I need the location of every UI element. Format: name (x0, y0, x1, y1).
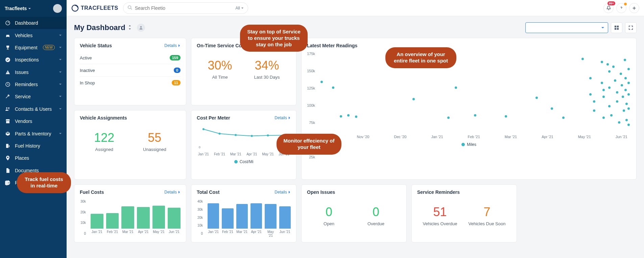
logo: TRACFLEETS (71, 4, 118, 12)
sidebar-item-label: Equipment (15, 45, 38, 50)
data-point (616, 91, 618, 94)
data-point (625, 119, 628, 121)
sidebar-item-issues[interactable]: Issues (0, 66, 67, 78)
fullscreen-button[interactable] (625, 22, 637, 33)
scatter-chart (320, 52, 627, 133)
sidebar-item-label: Fuel History (15, 143, 62, 149)
search-scope[interactable]: All (235, 6, 243, 10)
svg-text:0: 0 (199, 145, 200, 149)
card-title: Fuel Costs (80, 189, 104, 195)
issues-open-value: 0 (324, 205, 334, 219)
chevron-down-icon (59, 33, 62, 37)
callout-fuel: Track fuel costs in real-time (17, 172, 71, 193)
bar (251, 203, 262, 229)
data-point (606, 63, 609, 66)
box-icon (5, 131, 11, 137)
card-title: Service Reminders (417, 189, 460, 195)
car-icon (5, 32, 11, 38)
card-title: Total Cost (197, 189, 219, 195)
page-header: My Dashboard (74, 22, 637, 33)
bar (168, 208, 181, 229)
svg-rect-12 (615, 28, 616, 30)
sidebar-item-contacts-users[interactable]: Contacts & Users (0, 103, 67, 115)
callout-service: Stay on top of Service to ensure your tr… (240, 25, 308, 52)
details-link[interactable]: Details (164, 190, 181, 195)
data-point (589, 93, 592, 96)
data-point (624, 77, 627, 79)
reminders-overdue-value: 51 (423, 205, 457, 219)
help-button[interactable] (616, 3, 626, 13)
status-count: 159 (170, 55, 181, 60)
data-point (620, 73, 622, 75)
search-input[interactable] (135, 5, 236, 11)
details-link[interactable]: Details (275, 115, 291, 120)
data-point (612, 66, 615, 68)
svg-point-3 (6, 107, 7, 109)
grid-view-button[interactable] (611, 22, 622, 33)
notifications-button[interactable]: 99+ (603, 3, 614, 13)
status-label: Active (80, 55, 92, 60)
pin-icon (5, 155, 11, 161)
search-box[interactable]: All (123, 2, 248, 14)
sidebar-item-vehicles[interactable]: Vehicles (0, 29, 67, 41)
sidebar-item-equipment[interactable]: EquipmentNEW (0, 42, 67, 54)
card-vehicle-status: Vehicle Status Details Active159Inactive… (74, 38, 186, 105)
sort-icon[interactable] (128, 25, 132, 31)
card-total-cost: Total Cost Details 40k30k20k10k0 Jan '21… (191, 184, 296, 242)
bar (208, 203, 219, 229)
details-link[interactable]: Details (275, 190, 291, 195)
callout-overview: An overview of your entire fleet in one … (385, 47, 456, 68)
data-point (412, 98, 415, 100)
status-label: In Shop (80, 80, 95, 85)
svg-point-16 (235, 134, 237, 136)
sidebar-item-dashboard[interactable]: Dashboard (0, 17, 67, 29)
data-point (623, 109, 625, 112)
add-button[interactable] (629, 3, 639, 13)
chevron-down-icon (59, 58, 62, 62)
sidebar-item-places[interactable]: Places (0, 152, 67, 164)
sidebar-item-label: Dashboard (15, 20, 62, 26)
bar (152, 206, 165, 229)
sidebar-item-parts-inventory[interactable]: Parts & Inventory (0, 127, 67, 139)
bar (91, 214, 103, 229)
svg-point-4 (8, 107, 9, 109)
data-point (562, 117, 565, 119)
sidebar-item-inspections[interactable]: Inspections (0, 54, 67, 66)
data-point (621, 84, 623, 86)
data-point (601, 61, 603, 63)
details-link[interactable]: Details (164, 43, 181, 48)
unassigned-label: Unassigned (143, 147, 166, 152)
bar (137, 207, 150, 229)
data-point (602, 89, 605, 91)
svg-rect-5 (6, 144, 8, 148)
svg-rect-13 (617, 28, 619, 30)
data-point (624, 89, 627, 91)
data-point (332, 86, 334, 89)
fuel-icon (5, 143, 11, 149)
trophy-icon (5, 45, 11, 51)
store-icon (5, 118, 11, 124)
share-user-icon[interactable] (137, 24, 145, 32)
date-range-select[interactable] (525, 22, 608, 33)
sidebar-item-service[interactable]: Service (0, 91, 67, 103)
bar-chart (208, 198, 291, 229)
status-row[interactable]: Active159 (80, 52, 181, 64)
brand-name: Tracfleets (5, 6, 27, 11)
chevron-down-icon (59, 95, 62, 99)
sidebar-item-reminders[interactable]: Reminders (0, 78, 67, 91)
sidebar-item-vendors[interactable]: Vendors (0, 115, 67, 127)
avatar[interactable] (53, 4, 62, 13)
brand-selector[interactable]: Tracfleets (5, 6, 31, 11)
nav-list: DashboardVehiclesEquipmentNEWInspections… (0, 17, 67, 189)
data-point (602, 96, 605, 98)
sidebar-item-fuel-history[interactable]: Fuel History (0, 140, 67, 152)
data-point (535, 97, 538, 99)
sidebar-item-label: Places (15, 155, 62, 161)
card-service-reminders: Service Reminders 51 Vehicles Overdue 7 … (411, 184, 517, 242)
notification-count: 99+ (607, 1, 615, 5)
status-count: 0 (174, 68, 181, 73)
status-row[interactable]: In Shop11 (80, 76, 181, 89)
status-row[interactable]: Inactive0 (80, 64, 181, 76)
topbar: TRACFLEETS All 99+ (67, 0, 644, 16)
data-point (608, 105, 611, 107)
